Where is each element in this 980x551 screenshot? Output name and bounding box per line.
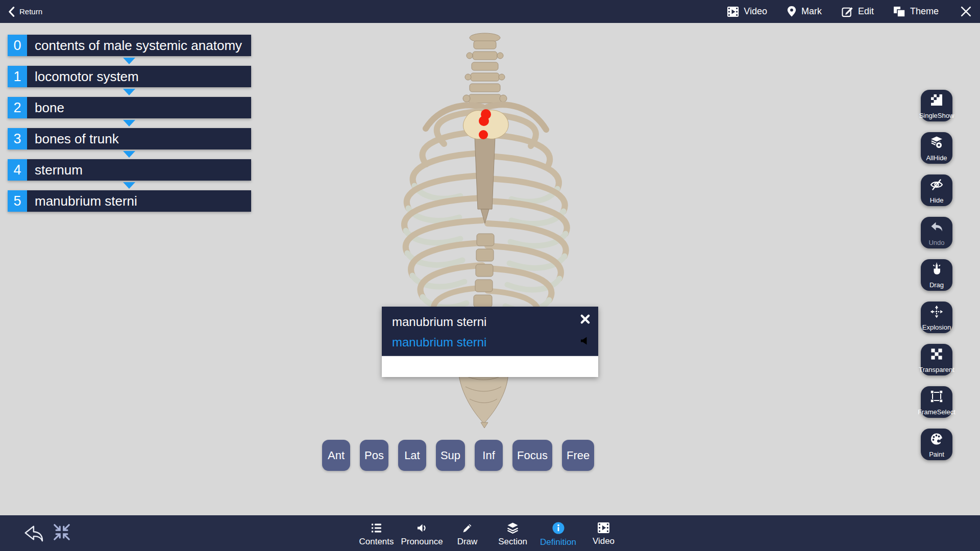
allhide-icon [930,136,943,149]
tool-label: Drag [929,281,944,289]
explosion-arrows-icon [930,305,943,318]
paint-palette-icon [930,432,943,445]
breadcrumb-level-4[interactable]: 4 sternum [8,159,251,181]
breadcrumb-index: 0 [8,35,27,56]
menu-item-mark[interactable]: Mark [787,6,822,17]
menu-item-edit[interactable]: Edit [841,6,874,17]
video-film-icon [727,6,739,17]
tool-label: SingleShow [919,112,954,119]
singleshow-button[interactable]: SingleShow [921,90,952,121]
return-label: Return [19,7,42,16]
menu-label: Theme [910,6,939,17]
breadcrumb-level-5[interactable]: 5 manubrium sterni [8,190,251,212]
view-orientation-bar: Ant Pos Lat Sup Inf Focus Free [322,440,594,471]
hide-button[interactable]: Hide [921,174,952,206]
collapse-arrows-icon [53,523,71,541]
transparent-button[interactable]: Transparent [921,344,952,375]
view-pos-button[interactable]: Pos [360,440,388,471]
nav-video[interactable]: Video [581,515,626,551]
popup-pronunciation-link[interactable]: manubrium sterni [392,335,486,349]
tool-label: AllHide [926,154,947,162]
nav-label: Definition [540,537,576,547]
tool-label: Paint [929,450,944,458]
breadcrumb-label: sternum [27,159,83,181]
paint-button[interactable]: Paint [921,429,952,460]
breadcrumb-index: 1 [8,66,27,87]
hierarchy-breadcrumbs: 0 contents of male systemic anatomy 1 lo… [8,35,251,221]
view-free-button[interactable]: Free [562,440,594,471]
frameselect-icon [930,390,943,403]
breadcrumb-label: bones of trunk [27,128,119,149]
breadcrumb-index: 4 [8,159,27,181]
breadcrumb-level-0[interactable]: 0 contents of male systemic anatomy [8,35,251,56]
nav-section[interactable]: Section [490,515,535,551]
explosion-button[interactable]: Explosion [921,302,952,333]
definition-popup-body [382,356,598,377]
tool-label: Transparent [919,366,954,373]
view-sup-button[interactable]: Sup [436,440,465,471]
nav-pronounce[interactable]: Pronounce [399,515,445,551]
tool-label: Explosion [922,323,951,331]
hide-eye-icon [930,178,943,191]
selection-marker [479,116,489,126]
nav-label: Video [593,536,615,546]
undo-action-button[interactable] [20,523,44,545]
frameselect-button[interactable]: FrameSelect [921,386,952,418]
view-inf-button[interactable]: Inf [475,440,503,471]
definition-popup-header: manubrium sterni manubrium sterni [382,307,598,356]
top-bar: Return Video Mark [0,0,980,23]
breadcrumb-label: contents of male systemic anatomy [27,35,242,56]
back-chevron-icon [8,6,15,17]
view-lat-button[interactable]: Lat [398,440,426,471]
breadcrumb-index: 2 [8,97,27,118]
popup-close-button[interactable] [579,313,591,327]
nav-draw[interactable]: Draw [445,515,490,551]
map-pin-icon [787,6,797,17]
undo-button[interactable]: Undo [921,217,952,248]
app-window: Return Video Mark [0,0,980,551]
definition-popup: manubrium sterni manubrium sterni [382,307,598,377]
close-icon [579,313,591,325]
video-film-icon [597,522,610,534]
popup-speaker-button[interactable] [580,336,589,347]
edit-pencil-icon [841,6,853,17]
close-window-button[interactable] [960,6,972,17]
singleshow-icon [930,93,943,107]
undo-arrow-icon [930,220,943,234]
drag-hand-icon [930,263,943,276]
breadcrumb-level-3[interactable]: 3 bones of trunk [8,128,251,149]
breadcrumb-label: locomotor system [27,66,139,87]
view-ant-button[interactable]: Ant [322,440,350,471]
return-button[interactable]: Return [8,6,42,17]
breadcrumb-index: 3 [8,128,27,149]
breadcrumb-level-2[interactable]: 2 bone [8,97,251,118]
definition-info-icon [552,521,565,535]
bottom-nav: Contents Pronounce Draw [354,515,626,551]
menu-label: Video [744,6,767,17]
breadcrumb-label: bone [27,97,64,118]
right-toolbar: SingleShow AllHide Hide Undo [921,90,952,471]
allhide-button[interactable]: AllHide [921,132,952,164]
breadcrumb-index: 5 [8,190,27,212]
breadcrumb-level-1[interactable]: 1 locomotor system [8,66,251,87]
contents-list-icon [370,522,383,534]
tool-label: FrameSelect [918,408,955,416]
tool-label: Undo [928,239,944,246]
nav-label: Contents [359,537,394,547]
drag-button[interactable]: Drag [921,259,952,291]
speaker-icon [580,336,589,345]
close-icon [960,6,972,17]
breadcrumb-label: manubrium sterni [27,190,137,212]
tool-label: Hide [930,196,944,204]
nav-definition[interactable]: Definition [535,515,581,551]
menu-label: Mark [801,6,822,17]
theme-layers-icon [893,6,905,17]
collapse-fullscreen-button[interactable] [53,523,71,543]
view-focus-button[interactable]: Focus [512,440,552,471]
nav-contents[interactable]: Contents [354,515,399,551]
back-arrow-outline-icon [20,523,44,543]
menu-item-video[interactable]: Video [727,6,767,17]
menu-item-theme[interactable]: Theme [893,6,939,17]
transparent-checker-icon [930,347,943,361]
menu-label: Edit [858,6,874,17]
